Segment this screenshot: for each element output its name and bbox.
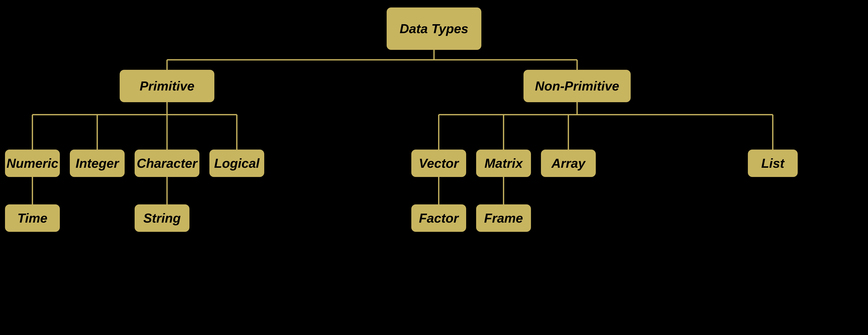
node-non-primitive: Non-Primitive <box>524 70 631 102</box>
node-integer-label: Integer <box>75 156 119 171</box>
node-string: String <box>134 204 189 232</box>
node-frame-label: Frame <box>484 210 523 226</box>
diagram-container: Data Types Primitive Non-Primitive Numer… <box>0 0 868 335</box>
node-data-types-label: Data Types <box>400 21 468 36</box>
node-integer: Integer <box>70 150 125 177</box>
node-logical-label: Logical <box>214 156 259 171</box>
node-string-label: String <box>143 210 181 226</box>
node-frame: Frame <box>476 204 531 232</box>
node-primitive-label: Primitive <box>140 78 194 94</box>
node-character-label: Character <box>137 156 197 171</box>
node-matrix: Matrix <box>476 150 531 177</box>
node-matrix-label: Matrix <box>484 156 523 171</box>
node-logical: Logical <box>209 150 264 177</box>
node-time-label: Time <box>18 210 48 226</box>
node-list-label: List <box>761 156 784 171</box>
node-numeric: Numeric <box>5 150 60 177</box>
node-numeric-label: Numeric <box>6 156 58 171</box>
node-character: Character <box>134 150 199 177</box>
node-data-types: Data Types <box>386 7 482 50</box>
node-vector-label: Vector <box>419 156 459 171</box>
node-time: Time <box>5 204 60 232</box>
node-primitive: Primitive <box>120 70 214 102</box>
node-non-primitive-label: Non-Primitive <box>535 78 619 94</box>
node-list: List <box>748 150 798 177</box>
node-array: Array <box>541 150 596 177</box>
node-factor: Factor <box>411 204 466 232</box>
node-vector: Vector <box>411 150 466 177</box>
node-array-label: Array <box>551 156 585 171</box>
node-factor-label: Factor <box>419 210 459 226</box>
